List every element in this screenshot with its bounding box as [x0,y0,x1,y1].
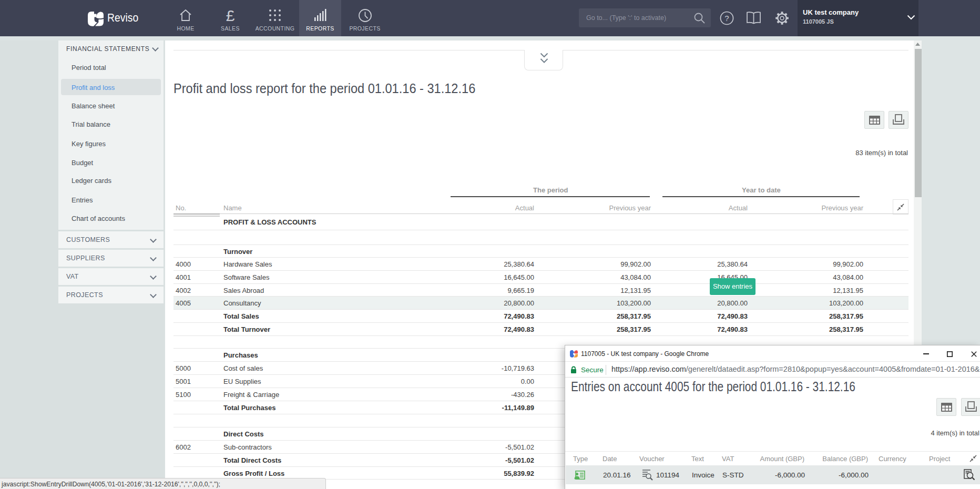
svg-text:?: ? [724,14,729,23]
